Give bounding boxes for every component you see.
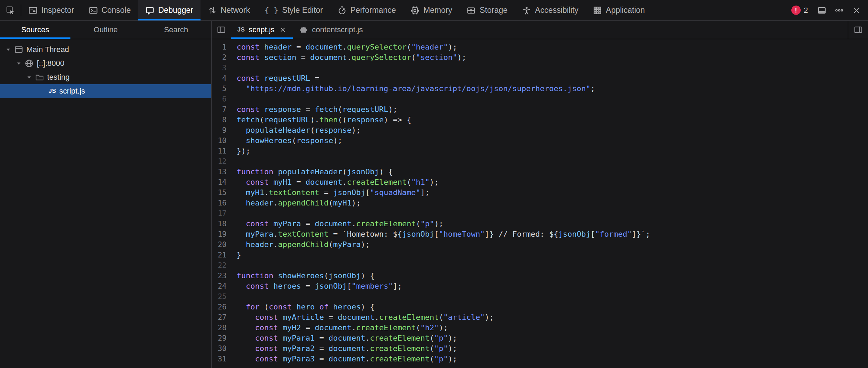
line-number[interactable]: 10 (212, 135, 232, 146)
code-line[interactable]: 10 showHeroes(response); (212, 135, 868, 146)
code-line[interactable]: 22 (212, 260, 868, 271)
tab-performance[interactable]: Performance (330, 0, 403, 20)
line-number[interactable]: 3 (212, 63, 232, 73)
tree-item-script-js[interactable]: JS script.js (0, 84, 211, 98)
line-number[interactable]: 7 (212, 104, 232, 115)
line-number[interactable]: 18 (212, 219, 232, 229)
error-count-badge[interactable]: ! 2 (786, 6, 813, 15)
line-number[interactable]: 28 (212, 323, 232, 333)
line-number[interactable]: 12 (212, 156, 232, 167)
tree-item-label: script.js (59, 87, 85, 96)
code-line[interactable]: 12 (212, 156, 868, 167)
chevron-down-icon[interactable] (6, 47, 11, 52)
code-line[interactable]: 8fetch(requestURL).then((response) => { (212, 115, 868, 125)
line-number[interactable]: 26 (212, 302, 232, 312)
tab-sources[interactable]: Sources (0, 21, 70, 39)
tree-item-testing-folder[interactable]: testing (0, 70, 211, 84)
code-line[interactable]: 6 (212, 94, 868, 104)
line-number[interactable]: 2 (212, 52, 232, 63)
code-line[interactable]: 13function populateHeader(jsonObj) { (212, 167, 868, 177)
code-line[interactable]: 15 myH1.textContent = jsonObj["squadName… (212, 187, 868, 198)
line-number[interactable]: 23 (212, 271, 232, 281)
accessibility-icon (522, 6, 531, 15)
code-text (232, 208, 237, 219)
tab-memory[interactable]: Memory (403, 0, 459, 20)
tab-outline[interactable]: Outline (70, 21, 141, 39)
tab-application[interactable]: Application (586, 0, 652, 20)
code-line[interactable]: 18 const myPara = document.createElement… (212, 219, 868, 229)
line-number[interactable]: 29 (212, 333, 232, 343)
tab-network[interactable]: Network (201, 0, 257, 20)
code-line[interactable]: 1const header = document.querySelector("… (212, 42, 868, 52)
code-line[interactable]: 30 const myPara2 = document.createElemen… (212, 343, 868, 354)
line-number[interactable]: 24 (212, 281, 232, 291)
settings-menu-button[interactable] (831, 0, 848, 20)
line-number[interactable]: 31 (212, 354, 232, 364)
code-line[interactable]: 17 (212, 208, 868, 219)
tab-debugger[interactable]: Debugger (138, 0, 201, 20)
code-line[interactable]: 19 myPara.textContent = `Hometown: ${jso… (212, 229, 868, 239)
code-line[interactable]: 20 header.appendChild(myPara); (212, 239, 868, 250)
collapse-panel-button[interactable] (848, 21, 868, 39)
line-number[interactable]: 1 (212, 42, 232, 52)
line-number[interactable]: 6 (212, 94, 232, 104)
line-number[interactable]: 13 (212, 167, 232, 177)
tab-search[interactable]: Search (141, 21, 211, 39)
toggle-panes-button[interactable] (212, 21, 231, 39)
line-number[interactable]: 17 (212, 208, 232, 219)
code-line[interactable]: 21} (212, 250, 868, 260)
code-line[interactable]: 28 const myH2 = document.createElement("… (212, 323, 868, 333)
line-number[interactable]: 11 (212, 146, 232, 156)
code-line[interactable]: 27 const myArticle = document.createElem… (212, 312, 868, 323)
tab-style-editor[interactable]: { } Style Editor (257, 0, 330, 20)
code-line[interactable]: 4const requestURL = (212, 73, 868, 84)
source-tab-script-js[interactable]: JS script.js (231, 21, 293, 39)
line-number[interactable]: 22 (212, 260, 232, 271)
code-line[interactable]: 31 const myPara3 = document.createElemen… (212, 354, 868, 364)
code-line[interactable]: 23function showHeroes(jsonObj) { (212, 271, 868, 281)
code-line[interactable]: 11}); (212, 146, 868, 156)
source-tab-contentscript-js[interactable]: contentscript.js (293, 21, 369, 39)
code-editor[interactable]: 1const header = document.querySelector("… (212, 39, 868, 368)
code-line[interactable]: 14 const myH1 = document.createElement("… (212, 177, 868, 187)
tab-inspector[interactable]: Inspector (21, 0, 82, 20)
line-number[interactable]: 20 (212, 239, 232, 250)
line-number[interactable]: 9 (212, 125, 232, 135)
line-number[interactable]: 15 (212, 187, 232, 198)
line-number[interactable]: 19 (212, 229, 232, 239)
chevron-down-icon[interactable] (26, 75, 32, 80)
code-line[interactable]: 26 for (const hero of heroes) { (212, 302, 868, 312)
line-number[interactable]: 14 (212, 177, 232, 187)
tab-accessibility[interactable]: Accessibility (515, 0, 586, 20)
tab-storage[interactable]: Storage (459, 0, 515, 20)
line-number[interactable]: 5 (212, 84, 232, 94)
code-line[interactable]: 5 "https://mdn.github.io/learning-area/j… (212, 84, 868, 94)
line-number[interactable]: 8 (212, 115, 232, 125)
line-number[interactable]: 16 (212, 198, 232, 208)
code-line[interactable]: 7const response = fetch(requestURL); (212, 104, 868, 115)
code-line[interactable]: 25 (212, 291, 868, 302)
code-line[interactable]: 2const section = document.querySelector(… (212, 52, 868, 63)
code-line[interactable]: 29 const myPara1 = document.createElemen… (212, 333, 868, 343)
globe-icon (25, 59, 34, 68)
line-number[interactable]: 4 (212, 73, 232, 84)
close-devtools-button[interactable] (848, 0, 865, 20)
code-line[interactable]: 3 (212, 63, 868, 73)
code-line[interactable]: 16 header.appendChild(myH1); (212, 198, 868, 208)
tab-console[interactable]: Console (82, 0, 138, 20)
pick-element-button[interactable] (0, 0, 21, 20)
split-console-button[interactable] (813, 0, 831, 20)
close-tab-icon[interactable] (279, 26, 287, 34)
line-number[interactable]: 30 (212, 343, 232, 354)
line-number[interactable]: 27 (212, 312, 232, 323)
tree-item-host[interactable]: [::]:8000 (0, 56, 211, 70)
line-number[interactable]: 21 (212, 250, 232, 260)
line-number[interactable]: 25 (212, 291, 232, 302)
code-line[interactable]: 9 populateHeader(response); (212, 125, 868, 135)
tree-item-main-thread[interactable]: Main Thread (0, 43, 211, 56)
code-line[interactable]: 24 const heroes = jsonObj["members"]; (212, 281, 868, 291)
code-text: populateHeader(response); (232, 125, 361, 135)
chevron-down-icon[interactable] (16, 61, 22, 66)
code-text (232, 260, 237, 271)
style-editor-icon: { } (264, 6, 278, 15)
